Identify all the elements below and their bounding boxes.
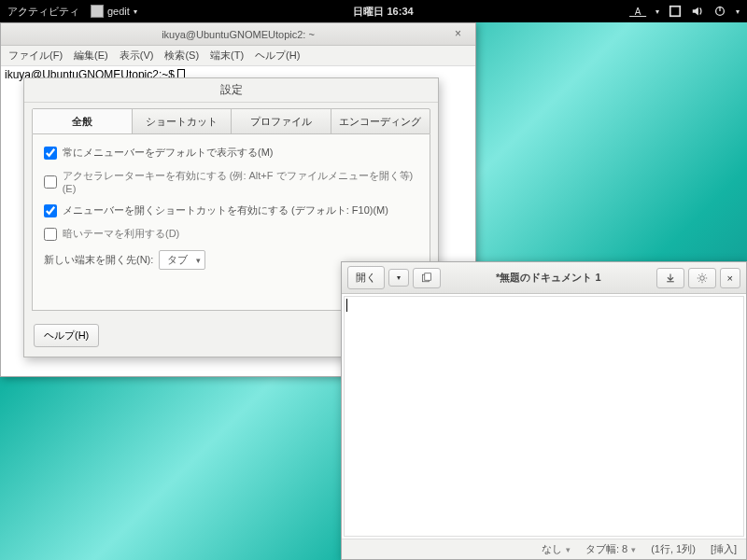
text-caret bbox=[346, 299, 347, 312]
close-button[interactable]: × bbox=[720, 268, 740, 288]
lbl-dark-theme: 暗いテーマを利用する(D) bbox=[63, 227, 179, 241]
clock[interactable]: 日曜日 16:34 bbox=[137, 5, 629, 19]
chk-dark-theme[interactable] bbox=[44, 228, 57, 241]
status-cursor-pos: (1行, 1列) bbox=[651, 542, 696, 556]
power-icon[interactable] bbox=[713, 5, 726, 18]
gedit-app-icon bbox=[91, 5, 104, 18]
chk-enable-accel[interactable] bbox=[44, 175, 57, 189]
save-button[interactable] bbox=[656, 268, 684, 288]
gnome-top-bar: アクティビティ gedit ▾ 日曜日 16:34 _A_ ▾ ▾ bbox=[0, 0, 747, 22]
status-highlight-mode[interactable]: なし bbox=[542, 542, 571, 556]
activities-button[interactable]: アクティビティ bbox=[7, 5, 79, 19]
terminal-menubar: ファイル(F) 編集(E) 表示(V) 検索(S) 端末(T) ヘルプ(H) bbox=[1, 46, 475, 66]
chk-menu-shortcut[interactable] bbox=[44, 204, 57, 217]
tab-profiles[interactable]: プロファイル bbox=[232, 109, 331, 133]
menu-file[interactable]: ファイル(F) bbox=[8, 49, 63, 63]
new-tab-button[interactable] bbox=[413, 268, 441, 288]
chk-show-menubar[interactable] bbox=[44, 147, 57, 160]
open-button[interactable]: 開く bbox=[347, 266, 385, 289]
tab-general[interactable]: 全般 bbox=[33, 109, 133, 133]
volume-icon[interactable] bbox=[691, 5, 704, 18]
menu-edit[interactable]: 編集(E) bbox=[74, 49, 108, 63]
svg-point-5 bbox=[699, 275, 704, 280]
save-icon bbox=[665, 273, 676, 284]
menu-help[interactable]: ヘルプ(H) bbox=[255, 49, 300, 63]
lbl-new-terminal: 新しい端末を開く先(N): bbox=[44, 253, 153, 267]
prefs-tabs: 全般 ショートカット プロファイル エンコーディング bbox=[32, 108, 430, 134]
lbl-menu-shortcut: メニューバーを開くショートカットを有効にする (デフォルト: F10)(M) bbox=[63, 203, 388, 217]
new-tab-icon bbox=[421, 273, 432, 284]
close-icon[interactable]: × bbox=[455, 27, 470, 42]
tab-encodings[interactable]: エンコーディング bbox=[331, 109, 430, 133]
menu-search[interactable]: 検索(S) bbox=[164, 49, 199, 63]
svg-rect-4 bbox=[425, 273, 431, 280]
accessibility-icon[interactable]: _A_ bbox=[629, 7, 646, 17]
gedit-title: *無題のドキュメント 1 bbox=[444, 271, 653, 285]
svg-rect-0 bbox=[670, 7, 681, 17]
gedit-text-area[interactable] bbox=[344, 296, 744, 537]
app-menu[interactable]: gedit ▾ bbox=[91, 5, 137, 18]
tab-shortcuts[interactable]: ショートカット bbox=[133, 109, 233, 133]
open-recent-button[interactable]: ▾ bbox=[388, 269, 409, 287]
select-new-terminal[interactable]: タブ bbox=[159, 250, 205, 270]
menu-view[interactable]: 表示(V) bbox=[120, 49, 154, 63]
window-icon bbox=[669, 5, 682, 18]
gear-icon bbox=[697, 273, 708, 284]
prefs-title: 設定 bbox=[24, 78, 438, 103]
status-tab-width[interactable]: タブ幅: 8 bbox=[585, 542, 636, 556]
help-button[interactable]: ヘルプ(H) bbox=[34, 324, 99, 347]
gedit-window: 開く ▾ *無題のドキュメント 1 × なし タブ幅: 8 (1行, 1列) [… bbox=[341, 261, 747, 560]
lbl-show-menubar: 常にメニューバーをデフォルトで表示する(M) bbox=[63, 146, 274, 160]
terminal-title: ikuya@UbuntuGNOMEUtopic2: ~ bbox=[162, 29, 315, 40]
menu-terminal[interactable]: 端末(T) bbox=[210, 49, 244, 63]
gedit-headerbar: 開く ▾ *無題のドキュメント 1 × bbox=[342, 262, 746, 294]
status-insert-mode: [挿入] bbox=[711, 542, 737, 556]
hamburger-menu-button[interactable] bbox=[688, 268, 716, 288]
terminal-titlebar[interactable]: ikuya@UbuntuGNOMEUtopic2: ~ × bbox=[1, 23, 475, 46]
gedit-statusbar: なし タブ幅: 8 (1行, 1列) [挿入] bbox=[342, 539, 746, 559]
lbl-enable-accel: アクセラレーターキーを有効にする (例: Alt+F でファイルメニューを開く等… bbox=[63, 169, 418, 194]
